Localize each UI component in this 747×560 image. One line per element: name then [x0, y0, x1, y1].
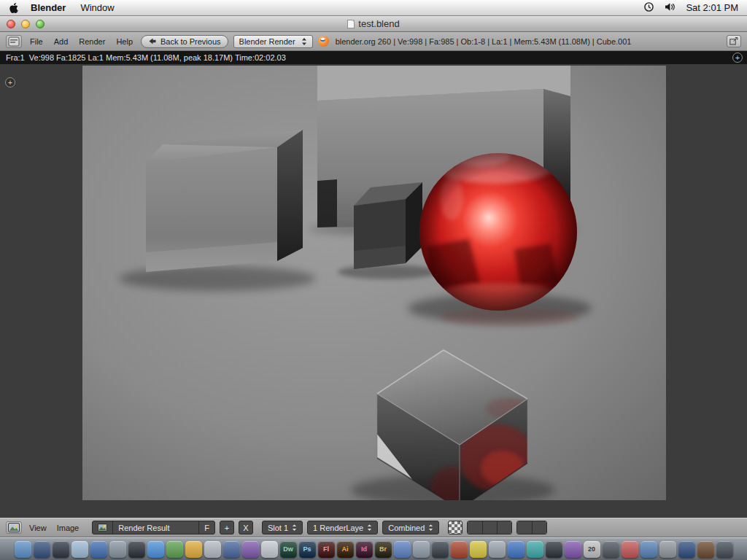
dock-icon-bridge[interactable]: Br: [375, 541, 392, 558]
rgb-channel-toggle[interactable]: [468, 521, 482, 534]
dock-icon-app[interactable]: [697, 541, 714, 558]
dock-icon-app[interactable]: [470, 541, 487, 558]
dock-icon-app[interactable]: [71, 541, 88, 558]
slot-select[interactable]: Slot 1: [262, 521, 303, 534]
window-arrow-icon: [729, 37, 738, 45]
dock-icon-app[interactable]: [53, 541, 69, 558]
dock-icon-app[interactable]: [15, 541, 31, 558]
dock-icon-app[interactable]: [166, 541, 183, 558]
new-image-button[interactable]: +: [220, 521, 234, 534]
menu-view[interactable]: View: [26, 524, 50, 532]
timemachine-icon[interactable]: [643, 1, 654, 15]
dock-icon-app[interactable]: [527, 541, 543, 558]
dock-icon-app[interactable]: [565, 541, 581, 558]
dock-icon-app[interactable]: [659, 541, 676, 558]
image-name-field[interactable]: Render Result: [112, 521, 198, 534]
render-stats-text: Fra:1 Ve:998 Fa:1825 La:1 Mem:5.43M (11.…: [6, 53, 286, 62]
blender-logo-icon: [318, 36, 329, 47]
blender-info-header: File Add Render Help Back to Previous Bl…: [0, 32, 747, 51]
dock-icon-app[interactable]: [622, 541, 638, 558]
dock-icon-app[interactable]: [128, 541, 145, 558]
expand-region-icon[interactable]: +: [732, 52, 743, 63]
image-editor-icon: [8, 523, 20, 532]
volume-icon[interactable]: [665, 2, 676, 14]
dock-icon-app[interactable]: [242, 541, 259, 558]
dock-icon-app[interactable]: [185, 541, 202, 558]
menu-add[interactable]: Add: [51, 37, 71, 46]
info-editor-icon: [8, 36, 20, 47]
dock-icon-app[interactable]: [640, 541, 657, 558]
image-editor-type-button[interactable]: [6, 521, 22, 534]
menubar-clock[interactable]: Sat 2:01 PM: [686, 2, 738, 13]
back-arrow-icon: [148, 37, 157, 45]
menu-render[interactable]: Render: [76, 37, 108, 46]
zbuffer-toggle[interactable]: [517, 521, 532, 534]
menu-image[interactable]: Image: [54, 524, 82, 532]
expand-tool-region-icon[interactable]: +: [5, 77, 15, 88]
channel-draw-toggles: [467, 521, 512, 534]
render-pass-select[interactable]: Combined: [382, 521, 439, 534]
header-stats-text: blender.org 260 | Ve:998 | Fa:985 | Ob:1…: [336, 37, 632, 46]
updown-arrows-icon: [428, 524, 433, 532]
dock-icon-app[interactable]: [204, 541, 221, 558]
zoom-window-button[interactable]: [36, 20, 44, 28]
dock-icon-app[interactable]: [508, 541, 525, 558]
window-title: test.blend: [0, 18, 747, 29]
dock-icon-app[interactable]: [413, 541, 430, 558]
dock-icon-calendar[interactable]: 20: [584, 541, 600, 558]
dock-icon-photoshop[interactable]: Ps: [299, 541, 316, 558]
dock-icon-app[interactable]: [109, 541, 126, 558]
dock-icon-app[interactable]: [678, 541, 695, 558]
image-name-value: Render Result: [118, 524, 169, 532]
menu-window[interactable]: Window: [73, 2, 121, 13]
app-menu-blender[interactable]: Blender: [23, 2, 73, 13]
dock-icon-indesign[interactable]: Id: [356, 541, 373, 558]
menu-file[interactable]: File: [27, 37, 46, 46]
window-title-bar[interactable]: test.blend: [0, 16, 747, 32]
dock: DwPsFlAiIdBr20: [0, 537, 747, 560]
close-window-button[interactable]: [7, 20, 15, 28]
render-engine-value: Blender Render: [239, 37, 295, 46]
alpha-draw-toggle[interactable]: [448, 521, 462, 534]
browse-image-button[interactable]: [93, 521, 112, 534]
menu-help[interactable]: Help: [113, 37, 136, 46]
dock-icon-app[interactable]: [546, 541, 562, 558]
slot-value: Slot 1: [268, 524, 288, 532]
document-icon: [347, 20, 355, 28]
window-duplicate-button[interactable]: [727, 35, 741, 47]
browse-image-icon: [98, 524, 107, 532]
dock-icon-app[interactable]: [603, 541, 619, 558]
editor-type-button[interactable]: [6, 35, 22, 48]
dock-icon-dreamweaver[interactable]: Dw: [280, 541, 297, 558]
dock-icon-app[interactable]: [90, 541, 107, 558]
fake-user-button[interactable]: F: [198, 521, 214, 534]
back-to-previous-button[interactable]: Back to Previous: [141, 35, 228, 48]
minimize-window-button[interactable]: [21, 20, 30, 28]
window-title-text: test.blend: [358, 18, 399, 29]
dock-icon-flash[interactable]: Fl: [318, 541, 335, 558]
render-layer-select[interactable]: 1 RenderLaye: [307, 521, 378, 534]
dock-icon-app[interactable]: [451, 541, 468, 558]
dock-icon-app[interactable]: [34, 541, 50, 558]
dock-icon-app[interactable]: [223, 541, 240, 558]
dock-icon-app[interactable]: [394, 541, 411, 558]
screen: Blender Window Sat 2:01 PM: [0, 0, 747, 560]
image-editor-viewport[interactable]: +: [0, 64, 747, 518]
dock-icon-app[interactable]: [716, 541, 733, 558]
exposure-toggle[interactable]: [532, 521, 546, 534]
dock-icon-app[interactable]: [261, 541, 278, 558]
alpha-channel-toggle[interactable]: [497, 521, 511, 534]
macos-menu-bar: Blender Window Sat 2:01 PM: [0, 0, 747, 16]
image-datablock: Render Result F: [92, 521, 215, 534]
updown-arrows-icon: [292, 524, 297, 532]
rgba-channel-toggle[interactable]: [482, 521, 497, 534]
window-controls: [0, 20, 44, 28]
dock-icon-app[interactable]: [147, 541, 164, 558]
unlink-image-button[interactable]: X: [239, 521, 253, 534]
dock-icon-app[interactable]: [432, 541, 449, 558]
dock-icon-app[interactable]: [489, 541, 506, 558]
render-engine-select[interactable]: Blender Render: [233, 35, 313, 48]
dock-icon-illustrator[interactable]: Ai: [337, 541, 354, 558]
back-to-previous-label: Back to Previous: [160, 37, 221, 46]
apple-menu[interactable]: [9, 3, 19, 13]
